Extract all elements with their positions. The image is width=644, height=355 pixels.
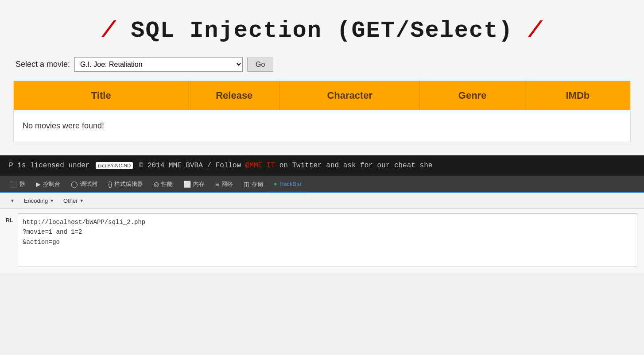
- title-slash-right: /: [528, 18, 543, 44]
- url-row: RL http://localhost/bWAPP/sqli_2.php ?mo…: [0, 213, 637, 266]
- hackbar-label: HackBar: [279, 181, 302, 187]
- cc-badge: (cc) BY-NC-ND: [96, 162, 133, 169]
- col-genre: Genre: [420, 81, 525, 110]
- console-icon: ▶: [36, 181, 41, 188]
- devtools-tab-memory[interactable]: ⬜ 内存: [178, 176, 210, 193]
- footer-copyright: © 2014 MME BVBA / Follow: [139, 162, 245, 170]
- footer-suffix: on Twitter and ask for our cheat she: [279, 162, 433, 170]
- network-icon: ≡: [215, 181, 219, 188]
- no-results-message: No movies were found!: [14, 110, 630, 142]
- movie-select[interactable]: G.I. Joe: Retaliation Iron Man Man of St…: [74, 57, 243, 72]
- devtools-tab-hackbar[interactable]: ● HackBar: [268, 176, 307, 193]
- go-button[interactable]: Go: [247, 58, 273, 72]
- memory-icon: ⬜: [183, 181, 191, 188]
- devtools-tab-storage[interactable]: ◫ 存储: [238, 176, 268, 193]
- encoding-arrow-icon: ▼: [50, 198, 54, 203]
- devtools-tab-perf[interactable]: ◎ 性能: [148, 176, 178, 193]
- style-icon: {}: [108, 181, 112, 188]
- col-title: Title: [14, 81, 189, 110]
- devtools-tab-network[interactable]: ≡ 网络: [210, 176, 238, 193]
- perf-icon: ◎: [154, 181, 159, 188]
- movies-table: Title Release Character Genre IMDb No mo…: [13, 81, 631, 142]
- footer-text: P is licensed under: [9, 162, 94, 170]
- perf-label: 性能: [161, 180, 173, 188]
- debugger-label: 调试器: [80, 180, 97, 188]
- col-character: Character: [280, 81, 420, 110]
- col-release: Release: [189, 81, 280, 110]
- encoding-label: Encoding: [24, 197, 48, 204]
- main-content: / SQL Injection (GET/Select) / Select a …: [0, 0, 644, 155]
- devtools-tabs: ⬛ 器 ▶ 控制台 ◯ 调试器 {} 样式编辑器 ◎ 性能 ⬜ 内存 ≡ 网络 …: [0, 176, 644, 193]
- title-slash-left: /: [101, 18, 116, 44]
- console-label: 控制台: [43, 180, 60, 188]
- twitter-link[interactable]: @MME_IT: [245, 162, 275, 170]
- footer-bar: P is licensed under (cc) BY-NC-ND © 2014…: [0, 155, 644, 176]
- hackbar-url-area: RL http://localhost/bWAPP/sqli_2.php ?mo…: [0, 209, 644, 273]
- col-imdb: IMDb: [525, 81, 630, 110]
- other-arrow-icon: ▼: [80, 198, 84, 203]
- hackbar-icon: ●: [274, 180, 277, 187]
- other-label: Other: [63, 197, 78, 204]
- url-label: RL: [0, 213, 18, 227]
- inspector-icon: ⬛: [10, 181, 17, 188]
- arrow-dropdown[interactable]: ▼: [7, 197, 18, 205]
- page-title: / SQL Injection (GET/Select) /: [13, 9, 631, 57]
- storage-icon: ◫: [244, 181, 249, 188]
- memory-label: 内存: [193, 180, 205, 188]
- network-label: 网络: [221, 180, 233, 188]
- arrow-icon: ▼: [10, 198, 15, 203]
- title-text: SQL Injection (GET/Select): [131, 18, 528, 44]
- devtools-tab-console[interactable]: ▶ 控制台: [31, 176, 66, 193]
- movie-selector-row: Select a movie: G.I. Joe: Retaliation Ir…: [13, 57, 631, 72]
- inspector-label: 器: [19, 180, 25, 188]
- devtools-tab-style[interactable]: {} 样式编辑器: [103, 176, 148, 193]
- devtools-tab-debugger[interactable]: ◯ 调试器: [66, 176, 103, 193]
- devtools-bar: ⬛ 器 ▶ 控制台 ◯ 调试器 {} 样式编辑器 ◎ 性能 ⬜ 内存 ≡ 网络 …: [0, 176, 644, 273]
- table-header: Title Release Character Genre IMDb: [14, 81, 630, 110]
- movie-selector-label: Select a movie:: [16, 60, 70, 69]
- debugger-icon: ◯: [71, 181, 78, 188]
- url-textarea[interactable]: http://localhost/bWAPP/sqli_2.php ?movie…: [18, 213, 637, 266]
- style-label: 样式编辑器: [114, 180, 143, 188]
- devtools-tab-inspector[interactable]: ⬛ 器: [4, 176, 31, 193]
- encoding-button[interactable]: Encoding ▼: [20, 196, 58, 206]
- other-button[interactable]: Other ▼: [60, 196, 87, 206]
- storage-label: 存储: [252, 180, 263, 188]
- hackbar-toolbar: ▼ Encoding ▼ Other ▼: [0, 193, 644, 209]
